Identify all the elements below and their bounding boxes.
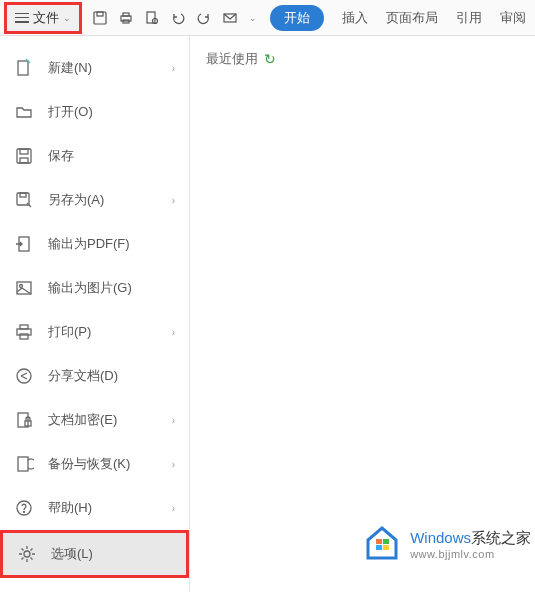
watermark-url: www.bjjmlv.com bbox=[410, 548, 531, 560]
svg-rect-11 bbox=[20, 158, 28, 163]
svg-point-20 bbox=[17, 369, 31, 383]
menu-print[interactable]: 打印(P) › bbox=[0, 310, 189, 354]
file-sidebar: 新建(N) › 打开(O) 保存 另存为(A) › 输出为PDF(F) 输出为图… bbox=[0, 36, 190, 592]
menu-label: 输出为PDF(F) bbox=[48, 235, 130, 253]
menu-label: 文档加密(E) bbox=[48, 411, 117, 429]
recent-used-header: 最近使用 ↻ bbox=[206, 50, 519, 68]
menu-label: 打印(P) bbox=[48, 323, 91, 341]
menu-export-image[interactable]: 输出为图片(G) bbox=[0, 266, 189, 310]
menu-save-as[interactable]: 另存为(A) › bbox=[0, 178, 189, 222]
image-export-icon bbox=[14, 278, 34, 298]
tab-insert[interactable]: 插入 bbox=[342, 9, 368, 27]
preview-icon[interactable] bbox=[144, 10, 160, 26]
menu-help[interactable]: 帮助(H) › bbox=[0, 486, 189, 530]
menu-export-pdf[interactable]: 输出为PDF(F) bbox=[0, 222, 189, 266]
menu-label: 选项(L) bbox=[51, 545, 93, 563]
windows-logo-icon bbox=[362, 526, 402, 562]
backup-icon bbox=[14, 454, 34, 474]
svg-rect-3 bbox=[123, 13, 129, 16]
svg-rect-1 bbox=[97, 12, 103, 16]
top-toolbar: 文件 ⌄ ⌄ 开始 插入 页面布局 引用 审阅 bbox=[0, 0, 535, 36]
refresh-icon[interactable]: ↻ bbox=[264, 51, 276, 67]
svg-rect-9 bbox=[17, 149, 31, 163]
menu-label: 新建(N) bbox=[48, 59, 92, 77]
svg-rect-28 bbox=[383, 539, 389, 544]
menu-label: 打开(O) bbox=[48, 103, 93, 121]
chevron-right-icon: › bbox=[172, 327, 175, 338]
redo-icon[interactable] bbox=[196, 10, 212, 26]
save-disk-icon bbox=[14, 146, 34, 166]
chevron-right-icon: › bbox=[172, 415, 175, 426]
save-icon[interactable] bbox=[92, 10, 108, 26]
help-icon bbox=[14, 498, 34, 518]
tab-page-layout[interactable]: 页面布局 bbox=[386, 9, 438, 27]
svg-rect-18 bbox=[20, 325, 28, 329]
save-as-icon bbox=[14, 190, 34, 210]
new-doc-icon bbox=[14, 58, 34, 78]
watermark-brand-en: Windows bbox=[410, 529, 471, 546]
menu-save[interactable]: 保存 bbox=[0, 134, 189, 178]
watermark: Windows系统之家 www.bjjmlv.com bbox=[362, 526, 531, 562]
menu-label: 输出为图片(G) bbox=[48, 279, 132, 297]
content-area: 最近使用 ↻ bbox=[190, 36, 535, 592]
svg-point-25 bbox=[24, 512, 25, 513]
chevron-down-icon: ⌄ bbox=[63, 13, 71, 23]
watermark-text: Windows系统之家 www.bjjmlv.com bbox=[410, 529, 531, 560]
svg-rect-8 bbox=[18, 61, 28, 75]
tab-start[interactable]: 开始 bbox=[270, 5, 324, 31]
tab-reference[interactable]: 引用 bbox=[456, 9, 482, 27]
recent-label: 最近使用 bbox=[206, 50, 258, 68]
pdf-export-icon bbox=[14, 234, 34, 254]
menu-label: 另存为(A) bbox=[48, 191, 104, 209]
menu-label: 保存 bbox=[48, 147, 74, 165]
folder-open-icon bbox=[14, 102, 34, 122]
svg-rect-29 bbox=[376, 545, 382, 550]
chevron-right-icon: › bbox=[172, 63, 175, 74]
chevron-right-icon: › bbox=[172, 195, 175, 206]
svg-rect-30 bbox=[383, 545, 389, 550]
menu-open[interactable]: 打开(O) bbox=[0, 90, 189, 134]
svg-rect-10 bbox=[20, 149, 28, 154]
svg-rect-23 bbox=[18, 457, 28, 471]
file-button-label: 文件 bbox=[33, 9, 59, 27]
hamburger-icon bbox=[15, 13, 29, 23]
share-icon bbox=[14, 366, 34, 386]
svg-rect-27 bbox=[376, 539, 382, 544]
svg-rect-0 bbox=[94, 12, 106, 24]
watermark-brand-cn: 系统之家 bbox=[471, 529, 531, 546]
lock-doc-icon bbox=[14, 410, 34, 430]
svg-rect-5 bbox=[147, 12, 155, 23]
menu-encrypt[interactable]: 文档加密(E) › bbox=[0, 398, 189, 442]
undo-icon[interactable] bbox=[170, 10, 186, 26]
tab-review[interactable]: 审阅 bbox=[500, 9, 526, 27]
chevron-right-icon: › bbox=[172, 459, 175, 470]
menu-new[interactable]: 新建(N) › bbox=[0, 46, 189, 90]
menu-label: 备份与恢复(K) bbox=[48, 455, 130, 473]
menu-backup[interactable]: 备份与恢复(K) › bbox=[0, 442, 189, 486]
print-icon[interactable] bbox=[118, 10, 134, 26]
file-menu-button[interactable]: 文件 ⌄ bbox=[4, 2, 82, 34]
menu-share[interactable]: 分享文档(D) bbox=[0, 354, 189, 398]
gear-icon bbox=[17, 544, 37, 564]
svg-point-16 bbox=[20, 285, 23, 288]
menu-label: 分享文档(D) bbox=[48, 367, 118, 385]
mail-icon[interactable] bbox=[222, 10, 238, 26]
printer-icon bbox=[14, 322, 34, 342]
menu-label: 帮助(H) bbox=[48, 499, 92, 517]
dropdown-icon[interactable]: ⌄ bbox=[248, 10, 258, 26]
body: 新建(N) › 打开(O) 保存 另存为(A) › 输出为PDF(F) 输出为图… bbox=[0, 36, 535, 592]
svg-rect-13 bbox=[20, 193, 26, 197]
menu-options[interactable]: 选项(L) bbox=[0, 530, 189, 578]
svg-point-26 bbox=[24, 551, 30, 557]
quick-access-toolbar: ⌄ bbox=[92, 10, 258, 26]
chevron-right-icon: › bbox=[172, 503, 175, 514]
